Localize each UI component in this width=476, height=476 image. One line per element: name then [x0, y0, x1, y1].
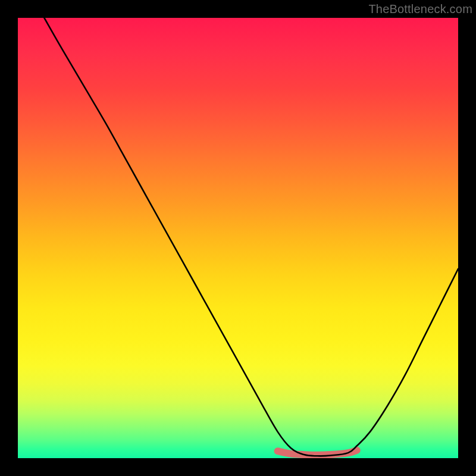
watermark-text: TheBottleneck.com — [368, 2, 472, 16]
chart-svg — [18, 18, 458, 458]
chart-frame: TheBottleneck.com — [0, 0, 476, 476]
curve-path — [44, 18, 458, 456]
plot-area — [18, 18, 458, 458]
